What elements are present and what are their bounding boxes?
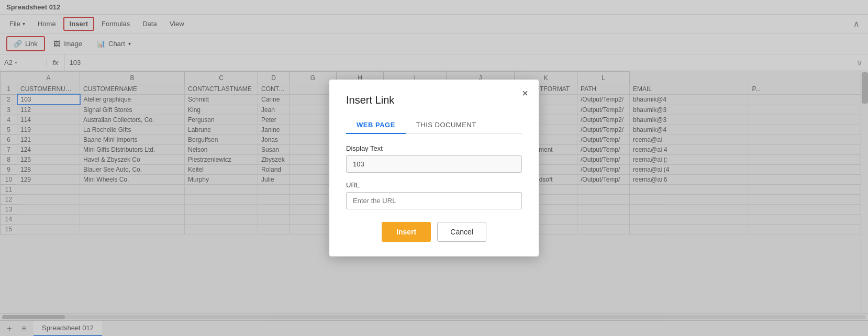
modal-actions: Insert Cancel	[346, 222, 522, 242]
cancel-button[interactable]: Cancel	[437, 222, 486, 242]
modal-title: Insert Link	[346, 94, 522, 106]
insert-link-modal: Insert Link × WEB PAGE THIS DOCUMENT Dis…	[329, 80, 539, 256]
modal-close-button[interactable]: ×	[522, 88, 528, 98]
insert-button[interactable]: Insert	[382, 222, 431, 242]
display-text-input[interactable]	[346, 155, 522, 173]
modal-overlay: Insert Link × WEB PAGE THIS DOCUMENT Dis…	[0, 0, 868, 336]
tab-thisdocument[interactable]: THIS DOCUMENT	[406, 117, 487, 134]
url-input[interactable]	[346, 192, 522, 209]
modal-tabs: WEB PAGE THIS DOCUMENT	[346, 117, 522, 134]
url-label: URL	[346, 181, 522, 189]
display-text-label: Display Text	[346, 144, 522, 152]
tab-webpage[interactable]: WEB PAGE	[346, 117, 406, 134]
app-container: Spreadsheet 012 File ▾ Home Insert Formu…	[0, 0, 868, 336]
